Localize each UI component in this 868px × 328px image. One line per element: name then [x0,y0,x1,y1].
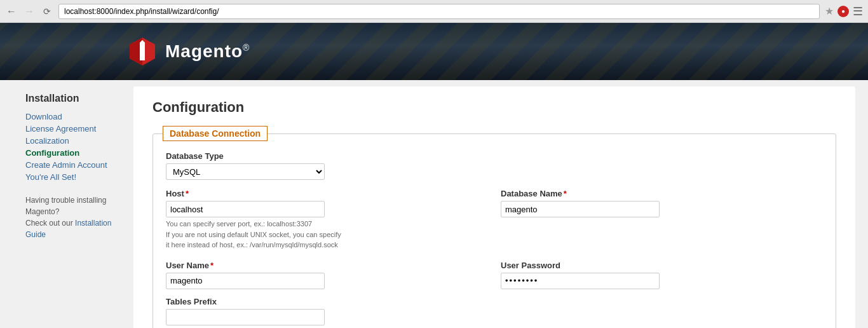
bookmark-icon[interactable]: ★ [825,5,834,17]
db-name-group: Database Name* [501,189,823,217]
user-password-group: User Password [501,261,823,289]
sidebar-item-configuration[interactable]: Configuration [25,148,121,158]
sidebar-item-done[interactable]: You're All Set! [25,172,121,182]
browser-chrome: ← → ⟳ ★ ● ☰ [0,0,868,23]
user-password-label: User Password [501,261,823,270]
sidebar-link-download[interactable]: Download [25,112,62,121]
sidebar-help: Having trouble installing Magento? Check… [25,195,121,240]
tables-prefix-group: Tables Prefix (Optional. Leave blank for… [166,297,325,329]
db-legend: Database Connection [163,126,268,141]
stop-icon[interactable]: ● [837,6,849,17]
host-dbname-row: Host* Database Name* [166,189,823,217]
db-name-label: Database Name* [501,189,823,198]
tables-prefix-label: Tables Prefix [166,297,325,306]
reload-button[interactable]: ⟳ [41,5,53,18]
sidebar: Installation Download License Agreement … [0,80,133,328]
db-type-group: Database Type MySQL [166,151,823,180]
host-input[interactable] [166,201,325,217]
magento-logo-icon [127,36,158,67]
db-fieldset: Database Connection Database Type MySQL … [153,126,836,328]
tables-prefix-input[interactable] [166,309,325,325]
user-name-label: User Name* [166,261,488,270]
forward-button[interactable]: → [23,5,36,18]
logo-container: Magento® [127,36,250,67]
page-title: Configuration [153,99,836,116]
site-header: Magento® [0,23,868,80]
menu-icon[interactable]: ☰ [853,4,863,18]
sidebar-item-admin[interactable]: Create Admin Account [25,160,121,170]
sidebar-link-admin[interactable]: Create Admin Account [25,160,107,170]
host-group: Host* [166,189,488,217]
user-name-group: User Name* [166,261,488,289]
user-password-input[interactable] [501,273,660,289]
back-button[interactable]: ← [5,5,18,18]
sidebar-link-license[interactable]: License Agreement [25,124,96,133]
sidebar-item-license[interactable]: License Agreement [25,124,121,133]
host-label: Host* [166,189,488,198]
browser-icons: ★ ● ☰ [825,4,863,18]
sidebar-title: Installation [25,93,121,104]
host-hints: You can specify server port, ex.: localh… [166,219,823,250]
sidebar-item-download[interactable]: Download [25,112,121,121]
content-area: Configuration Database Connection Databa… [133,86,855,328]
sidebar-nav: Download License Agreement Localization … [25,112,121,182]
main-content: Installation Download License Agreement … [0,80,868,328]
db-name-input[interactable] [501,201,660,217]
db-type-label: Database Type [166,151,823,161]
sidebar-active-configuration: Configuration [25,148,79,158]
user-name-input[interactable] [166,273,325,289]
sidebar-item-localization[interactable]: Localization [25,136,121,146]
address-bar[interactable] [58,4,820,19]
svg-rect-2 [140,43,145,60]
sidebar-link-localization[interactable]: Localization [25,136,69,146]
db-type-select[interactable]: MySQL [166,163,325,180]
sidebar-link-done[interactable]: You're All Set! [25,172,76,182]
tables-prefix-row: Tables Prefix (Optional. Leave blank for… [166,297,823,329]
db-type-row: Database Type MySQL [166,151,823,180]
user-row: User Name* User Password [166,261,823,289]
logo-text: Magento® [165,41,250,62]
